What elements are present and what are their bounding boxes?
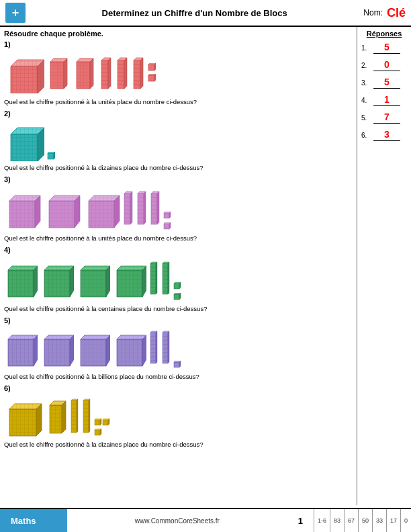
problem-3-num: 3): [4, 175, 353, 183]
svg-rect-127: [150, 263, 156, 294]
problem-5: 5): [4, 316, 353, 380]
svg-marker-120: [81, 266, 110, 270]
problem-4-question: Quel est le chiffre positionné à la cent…: [4, 305, 353, 312]
answer-row-4: 4. 1: [361, 94, 407, 106]
answer-value-2: 0: [373, 59, 400, 71]
svg-rect-7: [50, 62, 64, 89]
svg-marker-9: [64, 58, 67, 89]
problem-3: 3): [4, 175, 353, 242]
answer-row-1: 1. 5: [361, 42, 407, 54]
answer-value-6: 3: [373, 129, 400, 141]
footer-url: www.CommonCoreSheets.fr: [67, 517, 287, 525]
svg-rect-108: [8, 270, 34, 297]
svg-rect-14: [101, 60, 108, 89]
svg-rect-44: [148, 75, 154, 81]
footer-page: 1: [287, 516, 314, 526]
svg-rect-169: [117, 339, 142, 366]
problem-5-blocks: [4, 326, 353, 371]
svg-marker-22: [108, 58, 111, 89]
problem-6-question: Quel est le chiffre positionné à la diza…: [4, 441, 353, 448]
answer-num-3: 3.: [361, 79, 373, 87]
svg-rect-202: [50, 405, 62, 433]
svg-rect-11: [77, 62, 90, 89]
problem-2-question: Quel est le chiffre positionné à la diza…: [4, 164, 353, 171]
svg-rect-225: [95, 420, 100, 425]
svg-marker-230: [108, 418, 109, 425]
svg-rect-81: [138, 193, 144, 224]
svg-rect-41: [148, 64, 154, 71]
footer: Maths www.CommonCoreSheets.fr 1 1-6 83 6…: [0, 508, 411, 532]
problem-2-num: 2): [4, 109, 353, 118]
svg-rect-154: [8, 339, 34, 366]
svg-marker-152: [179, 293, 181, 300]
footer-code-1-6: 1-6: [314, 509, 330, 532]
svg-rect-104: [164, 224, 169, 229]
answer-row-3: 3. 5: [361, 77, 407, 89]
svg-rect-193: [174, 362, 179, 367]
main-content: Résoudre chaque problème. 1): [0, 27, 411, 505]
footer-code-67: 67: [344, 509, 358, 532]
svg-marker-162: [70, 335, 74, 366]
svg-marker-167: [106, 335, 110, 366]
svg-rect-113: [44, 270, 70, 297]
svg-marker-200: [36, 404, 42, 436]
answer-row-6: 6. 3: [361, 129, 407, 141]
svg-marker-136: [156, 262, 157, 294]
svg-marker-149: [179, 282, 181, 289]
svg-rect-1: [11, 66, 38, 93]
left-panel: Résoudre chaque problème. 1): [0, 27, 357, 505]
footer-code-50: 50: [358, 509, 372, 532]
answer-value-1: 5: [373, 42, 400, 54]
svg-marker-126: [142, 266, 146, 297]
answers-title: Réponses: [361, 30, 407, 38]
svg-marker-204: [62, 401, 66, 433]
svg-rect-23: [118, 60, 124, 89]
logo-icon: +: [5, 3, 26, 23]
footer-code-33: 33: [372, 509, 386, 532]
problem-5-question: Quel est le chiffre positionné à la bill…: [4, 373, 353, 380]
svg-marker-80: [130, 191, 132, 224]
svg-marker-60: [35, 195, 40, 228]
problem-1-num: 1): [4, 40, 353, 48]
svg-rect-228: [103, 420, 108, 425]
answer-num-1: 1.: [361, 44, 373, 52]
svg-rect-71: [124, 193, 130, 224]
page-title: Determinez un Chiffre d'un Nombre de Blo…: [26, 8, 363, 18]
svg-rect-173: [150, 332, 156, 363]
problem-3-blocks: [4, 185, 353, 233]
nom-label: Nom:: [363, 8, 383, 17]
svg-marker-192: [168, 331, 169, 363]
svg-marker-146: [168, 262, 169, 294]
svg-marker-157: [34, 335, 38, 366]
answers-panel: Réponses 1. 5 2. 0 3. 5 4. 1 5. 7 6. 3: [357, 27, 411, 505]
problem-1: 1): [4, 40, 353, 105]
svg-rect-48: [11, 134, 38, 161]
svg-marker-90: [144, 191, 146, 224]
svg-rect-150: [174, 294, 179, 300]
svg-rect-57: [9, 201, 35, 228]
svg-marker-116: [70, 266, 74, 297]
problem-6-num: 6): [4, 384, 353, 392]
svg-rect-231: [95, 430, 100, 435]
svg-rect-91: [151, 193, 157, 224]
problem-4-blocks: [4, 255, 353, 304]
svg-rect-137: [163, 263, 168, 294]
answer-num-6: 6.: [361, 132, 373, 139]
svg-rect-67: [89, 201, 114, 228]
footer-subject: Maths: [0, 509, 67, 532]
answer-row-5: 5. 7: [361, 112, 407, 124]
svg-marker-13: [90, 58, 93, 89]
answer-value-3: 5: [373, 77, 400, 89]
problem-4: 4): [4, 246, 353, 312]
svg-marker-121: [106, 266, 110, 297]
svg-marker-40: [140, 58, 143, 89]
answer-num-2: 2.: [361, 62, 373, 69]
problem-2-blocks: [4, 119, 353, 163]
footer-code-83: 83: [330, 509, 344, 532]
svg-rect-118: [81, 270, 106, 297]
problem-1-question: Quel est le chiffre positionné à la unit…: [4, 98, 353, 105]
answer-num-5: 5.: [361, 114, 373, 122]
instructions: Résoudre chaque problème.: [4, 30, 353, 38]
svg-rect-32: [134, 60, 140, 89]
svg-marker-103: [169, 212, 171, 218]
